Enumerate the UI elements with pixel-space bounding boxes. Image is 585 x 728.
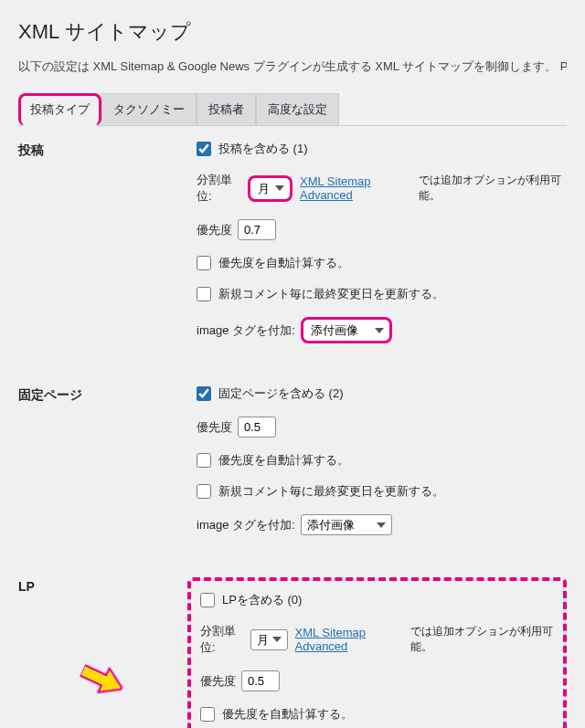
posts-update-comment-checkbox[interactable]	[197, 287, 211, 301]
lp-priority-label: 優先度	[200, 673, 236, 690]
lp-split-label: 分割単位:	[200, 623, 245, 656]
lp-split-select[interactable]: 月	[250, 629, 288, 650]
posts-split-label: 分割単位:	[197, 172, 242, 205]
pages-update-comment-label: 新規コメント毎に最終変更日を更新する。	[218, 483, 444, 500]
pages-auto-priority-label: 優先度を自動計算する。	[218, 452, 349, 469]
lp-auto-priority-label: 優先度を自動計算する。	[222, 706, 353, 723]
posts-auto-priority-checkbox[interactable]	[197, 256, 211, 270]
posts-image-select[interactable]: 添付画像	[301, 317, 392, 343]
lp-priority-input[interactable]	[241, 670, 280, 691]
page-title: XML サイトマップ	[18, 18, 567, 46]
posts-include-checkbox[interactable]	[197, 142, 211, 156]
section-posts-label: 投稿	[18, 141, 197, 159]
section-lp-label: LP	[18, 577, 197, 594]
lp-highlight-box: LPを含める (0) 分割単位: 月 XML Sitemap Advanced …	[187, 577, 567, 728]
tab-post-type[interactable]: 投稿タイプ	[18, 93, 101, 126]
posts-image-label: image タグを付加:	[197, 322, 295, 339]
tab-taxonomy[interactable]: タクソノミー	[101, 93, 197, 125]
posts-link-note: では追加オプションが利用可能。	[419, 173, 567, 204]
pages-update-comment-checkbox[interactable]	[197, 484, 211, 499]
page-description: 以下の設定は XML Sitemap & Google News プラグインが生…	[18, 58, 567, 75]
pages-image-select[interactable]: 添付画像	[301, 514, 392, 535]
posts-advanced-link[interactable]: XML Sitemap Advanced	[300, 174, 413, 202]
lp-include-label: LPを含める (0)	[222, 592, 302, 608]
tabs: 投稿タイプ タクソノミー 投稿者 高度な設定	[18, 93, 567, 126]
lp-link-note: では追加オプションが利用可能。	[410, 624, 554, 655]
tab-author[interactable]: 投稿者	[197, 93, 256, 125]
pages-auto-priority-checkbox[interactable]	[197, 453, 211, 468]
posts-update-comment-label: 新規コメント毎に最終変更日を更新する。	[218, 286, 444, 302]
section-pages-label: 固定ページ	[18, 385, 197, 404]
pages-include-checkbox[interactable]	[197, 386, 211, 401]
tab-advanced[interactable]: 高度な設定	[256, 93, 339, 125]
posts-auto-priority-label: 優先度を自動計算する。	[218, 255, 349, 271]
pages-include-label: 固定ページを含める (2)	[218, 385, 344, 402]
posts-include-label: 投稿を含める (1)	[218, 141, 308, 157]
posts-priority-input[interactable]	[238, 219, 276, 240]
pages-priority-input[interactable]	[238, 417, 276, 438]
pages-priority-label: 優先度	[197, 419, 232, 436]
lp-include-checkbox[interactable]	[200, 593, 215, 607]
lp-auto-priority-checkbox[interactable]	[200, 707, 215, 722]
pages-image-label: image タグを付加:	[197, 517, 295, 533]
posts-priority-label: 優先度	[197, 222, 232, 238]
posts-split-select[interactable]: 月	[248, 175, 292, 202]
lp-advanced-link[interactable]: XML Sitemap Advanced	[295, 626, 406, 653]
